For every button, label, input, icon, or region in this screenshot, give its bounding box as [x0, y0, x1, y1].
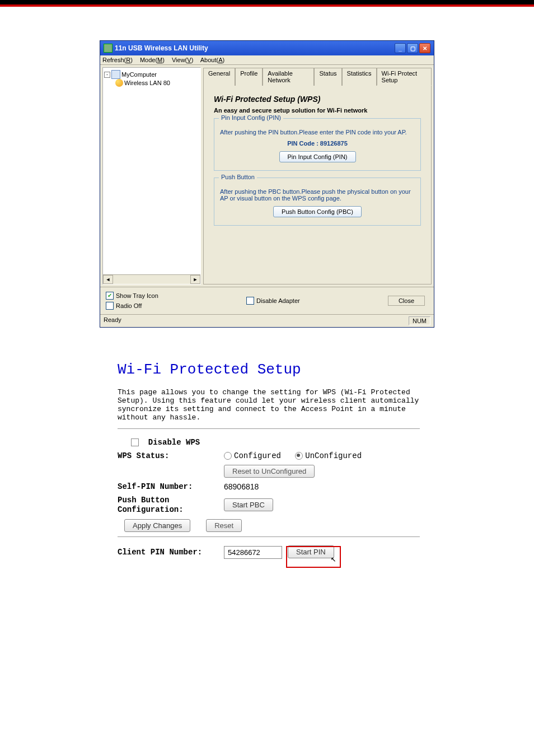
- pin-config-button[interactable]: Pin Input Config (PIN): [279, 151, 356, 162]
- tab-status[interactable]: Status: [314, 68, 341, 86]
- app-icon: [104, 44, 113, 53]
- tree-root-label: MyComputer: [121, 71, 157, 78]
- tab-statistics[interactable]: Statistics: [342, 68, 377, 86]
- utility-window: 11n USB Wireless LAN Utility _ ▢ ✕ Refre…: [100, 40, 434, 328]
- tree-child-node[interactable]: Wireless LAN 80: [115, 79, 199, 87]
- checkbox-unchecked-icon: [131, 438, 139, 446]
- close-button[interactable]: Close: [388, 296, 425, 306]
- top-accent-bar: [0, 0, 534, 7]
- checkbox-unchecked-icon: [106, 302, 114, 310]
- apply-changes-button[interactable]: Apply Changes: [124, 519, 190, 532]
- checkbox-unchecked-icon: [246, 297, 254, 305]
- horizontal-scrollbar[interactable]: ◄ ►: [103, 274, 200, 284]
- tree-child-label: Wireless LAN 80: [124, 80, 170, 86]
- reset-unconfigured-button[interactable]: Reset to UnConfigured: [224, 465, 315, 478]
- client-pin-input[interactable]: [224, 546, 282, 559]
- maximize-button[interactable]: ▢: [407, 43, 418, 53]
- menu-about[interactable]: About(A): [200, 57, 224, 63]
- device-tree[interactable]: - MyComputer Wireless LAN 80 ◄ ►: [102, 67, 201, 284]
- start-pin-button[interactable]: Start PIN: [288, 545, 334, 558]
- radio-configured[interactable]: Configured: [224, 451, 281, 460]
- pbc-legend: Push Button: [219, 174, 257, 180]
- computer-icon: [111, 70, 120, 79]
- tab-strip: General Profile Available Network Status…: [203, 67, 432, 85]
- tab-content: Wi-Fi Protected Setup (WPS) An easy and …: [203, 85, 432, 284]
- disable-wps-label: Disable WPS: [148, 438, 200, 447]
- pbc-desc: After pushing the PBC button.Please push…: [220, 188, 415, 202]
- client-pin-label: Client PIN Number:: [118, 548, 224, 557]
- cursor-icon: ↖: [331, 553, 336, 564]
- tab-profile[interactable]: Profile: [235, 68, 263, 86]
- disable-adapter-label: Disable Adapter: [256, 297, 300, 304]
- divider: [118, 428, 420, 429]
- tree-root-node[interactable]: - MyComputer: [104, 70, 199, 79]
- reset-button[interactable]: Reset: [206, 519, 242, 532]
- tab-wps[interactable]: Wi-Fi Protect Setup: [377, 68, 432, 86]
- pbc-groupbox: Push Button After pushing the PBC button…: [214, 178, 421, 226]
- pbc-label: Push ButtonConfiguration:: [118, 496, 224, 515]
- show-tray-checkbox[interactable]: ✔ Show Tray Icon: [106, 292, 158, 300]
- web-description: This page allows you to change the setti…: [118, 388, 420, 422]
- menubar: Refresh(R) Mode(M) View(V) About(A): [100, 55, 434, 65]
- radio-unconfigured[interactable]: UnConfigured: [295, 451, 362, 460]
- wps-heading: Wi-Fi Protected Setup (WPS): [214, 95, 421, 104]
- checkbox-checked-icon: ✔: [106, 292, 114, 300]
- radio-off-label: Radio Off: [116, 302, 142, 309]
- titlebar[interactable]: 11n USB Wireless LAN Utility _ ▢ ✕: [100, 41, 434, 55]
- menu-refresh[interactable]: Refresh(R): [102, 57, 133, 63]
- radio-off-checkbox[interactable]: Radio Off: [106, 302, 158, 310]
- wps-status-label: WPS Status:: [118, 451, 224, 460]
- disable-adapter-checkbox[interactable]: Disable Adapter: [158, 297, 388, 305]
- pin-desc: After pushing the PIN button.Please ente…: [220, 129, 415, 136]
- wps-subtitle: An easy and secure setup solution for Wi…: [214, 107, 421, 114]
- pbc-config-button[interactable]: Push Button Config (PBC): [273, 206, 362, 217]
- statusbar: Ready NUM: [100, 314, 434, 327]
- pin-groupbox: Pin Input Config (PIN) After pushing the…: [214, 118, 421, 171]
- window-title: 11n USB Wireless LAN Utility: [115, 44, 208, 52]
- divider: [118, 536, 420, 537]
- expand-icon[interactable]: -: [104, 72, 110, 78]
- radio-icon: [224, 452, 232, 460]
- disable-wps-row[interactable]: Disable WPS: [118, 438, 237, 447]
- menu-view[interactable]: View(V): [172, 57, 193, 63]
- self-pin-label: Self-PIN Number:: [118, 482, 224, 491]
- pin-legend: Pin Input Config (PIN): [219, 114, 283, 121]
- status-ready: Ready: [104, 316, 121, 325]
- show-tray-label: Show Tray Icon: [116, 292, 158, 299]
- start-pbc-button[interactable]: Start PBC: [224, 498, 273, 511]
- web-title: Wi-Fi Protected Setup: [118, 361, 420, 378]
- scroll-left-icon[interactable]: ◄: [103, 275, 113, 284]
- tab-general[interactable]: General: [203, 68, 235, 86]
- tab-available-network[interactable]: Available Network: [263, 68, 314, 86]
- wlan-icon: [115, 79, 123, 87]
- scroll-right-icon[interactable]: ►: [190, 275, 200, 284]
- self-pin-value: 68906818: [224, 482, 259, 491]
- pin-code-value: PIN Code : 89126875: [220, 140, 415, 147]
- close-window-button[interactable]: ✕: [419, 43, 430, 53]
- bottom-panel: ✔ Show Tray Icon Radio Off Disable Adapt…: [100, 287, 434, 314]
- status-num: NUM: [409, 316, 430, 325]
- minimize-button[interactable]: _: [395, 43, 406, 53]
- radio-selected-icon: [295, 452, 303, 460]
- web-wps-page: Wi-Fi Protected Setup This page allows y…: [118, 361, 420, 559]
- menu-mode[interactable]: Mode(M): [140, 57, 165, 63]
